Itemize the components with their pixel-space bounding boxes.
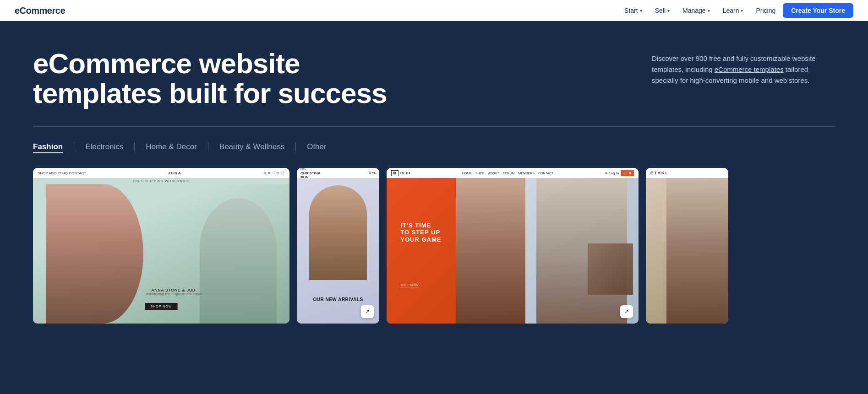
juda-sub-text: Introducing the Capsule Collection [110, 292, 238, 296]
chevron-down-icon: ▾ [741, 8, 743, 13]
tab-divider [295, 142, 296, 151]
template-card-ethkl[interactable]: ETHKL [646, 168, 728, 324]
nav-learn[interactable]: Learn ▾ [717, 3, 749, 18]
hero-divider [33, 126, 835, 127]
nav-sell[interactable]: Sell ▾ [650, 3, 675, 18]
create-store-button[interactable]: Create Your Store [783, 3, 853, 18]
template-card-christina[interactable]: CSCHRISTINARUN ☰ 🛍 OUR NEW ARRIVALS ↗ [297, 168, 379, 324]
chevron-down-icon: ▾ [667, 8, 670, 13]
juda-figure-right [200, 198, 277, 324]
nav-manage[interactable]: Manage ▾ [677, 3, 715, 18]
template-card-inex[interactable]: ⊠ IN.EX HOMESHOPABOUTFORUMMEMBERSCONTACT… [387, 168, 639, 324]
chevron-down-icon: ▾ [640, 8, 642, 13]
inex-nav-labels: HOMESHOPABOUTFORUMMEMBERSCONTACT [462, 172, 553, 175]
tab-divider [208, 142, 208, 151]
external-link-icon[interactable]: ↗ [620, 305, 633, 318]
inex-shop-now: SHOP NOW [400, 283, 418, 287]
inex-left-panel: IT'S TIME TO STEP UP YOUR GAME SHOP NOW [387, 178, 525, 324]
christina-figure [309, 185, 367, 280]
nav-learn-label: Learn [723, 7, 739, 14]
tab-divider [74, 142, 74, 151]
inex-logo: ⊠ IN.EX [391, 170, 411, 176]
juda-content: ANNA STONE & JUD. Introducing the Capsul… [33, 184, 289, 324]
nav-sell-label: Sell [655, 7, 666, 14]
nav-pricing-label: Pricing [756, 7, 775, 14]
templates-grid: SHOP ABOUT HQ CONTACT JUDA ⊕ ✕ ♡ ⊙ 🛒 FRE… [0, 168, 868, 324]
christina-bottom-text: OUR NEW ARRIVALS [297, 297, 379, 302]
juda-nav-labels: SHOP ABOUT HQ CONTACT [38, 171, 86, 175]
hero-description: Discover over 900 free and fully customi… [652, 53, 835, 86]
external-link-icon[interactable]: ↗ [361, 305, 374, 318]
nav-start[interactable]: Start ▾ [619, 3, 648, 18]
juda-banner: FREE SHIPPING WORLDWIDE [33, 178, 289, 184]
ethkl-topbar: ETHKL [646, 168, 728, 178]
juda-topbar: SHOP ABOUT HQ CONTACT JUDA ⊕ ✕ ♡ ⊙ 🛒 [33, 168, 289, 178]
ethkl-content [646, 178, 728, 324]
tab-other[interactable]: Other [307, 140, 327, 153]
christina-topbar: CSCHRISTINARUN ☰ 🛍 [297, 168, 379, 178]
christina-logo-line1: CSCHRISTINARUN [300, 168, 321, 179]
ethkl-model [666, 178, 728, 324]
juda-subtitle: ANNA STONE & JUD. [110, 288, 238, 292]
category-tabs: Fashion Electronics Home & Decor Beauty … [0, 140, 868, 168]
tab-divider [134, 142, 135, 151]
tab-home-decor[interactable]: Home & Decor [146, 140, 197, 153]
inex-right-panel [525, 178, 639, 324]
inex-topbar: ⊠ IN.EX HOMESHOPABOUTFORUMMEMBERSCONTACT… [387, 168, 639, 178]
nav-manage-label: Manage [682, 7, 706, 14]
juda-logo: JUDA [168, 171, 182, 175]
chevron-down-icon: ▾ [708, 8, 710, 13]
card-ethkl-inner: ETHKL [646, 168, 728, 324]
nav-pricing[interactable]: Pricing [750, 3, 781, 18]
nav-start-label: Start [624, 7, 638, 14]
card-inex-inner: ⊠ IN.EX HOMESHOPABOUTFORUMMEMBERSCONTACT… [387, 168, 639, 324]
tab-beauty-wellness[interactable]: Beauty & Wellness [219, 140, 284, 153]
tab-electronics[interactable]: Electronics [85, 140, 123, 153]
christina-content: OUR NEW ARRIVALS [297, 178, 379, 324]
logo: eCommerce [15, 5, 65, 16]
nav-links: Start ▾ Sell ▾ Manage ▾ Learn ▾ Pricing … [619, 3, 853, 18]
hero-title: eCommerce website templates built for su… [33, 49, 409, 108]
ecommerce-templates-link[interactable]: eCommerce templates [715, 65, 784, 73]
inex-right-icons: ⊕ Log In 🛒 0 [605, 170, 634, 176]
hero-section: eCommerce website templates built for su… [0, 0, 868, 394]
juda-figure-left [46, 184, 143, 324]
juda-text-overlay: ANNA STONE & JUD. Introducing the Capsul… [110, 288, 238, 296]
inex-content: IT'S TIME TO STEP UP YOUR GAME SHOP NOW [387, 178, 639, 324]
inex-tagline: IT'S TIME TO STEP UP YOUR GAME [400, 222, 441, 243]
tab-fashion[interactable]: Fashion [33, 140, 63, 153]
inex-thumb [588, 243, 633, 294]
hero-top: eCommerce website templates built for su… [0, 21, 868, 126]
juda-shop-btn: SHOP NOW [145, 303, 178, 310]
card-juda-inner: SHOP ABOUT HQ CONTACT JUDA ⊕ ✕ ♡ ⊙ 🛒 FRE… [33, 168, 289, 324]
card-christina-inner: CSCHRISTINARUN ☰ 🛍 OUR NEW ARRIVALS [297, 168, 379, 324]
juda-icons: ⊕ ✕ ♡ ⊙ 🛒 [263, 171, 285, 175]
navbar: eCommerce Start ▾ Sell ▾ Manage ▾ Learn … [0, 0, 868, 21]
template-card-juda[interactable]: SHOP ABOUT HQ CONTACT JUDA ⊕ ✕ ♡ ⊙ 🛒 FRE… [33, 168, 289, 324]
christina-icons: ☰ 🛍 [369, 171, 376, 175]
